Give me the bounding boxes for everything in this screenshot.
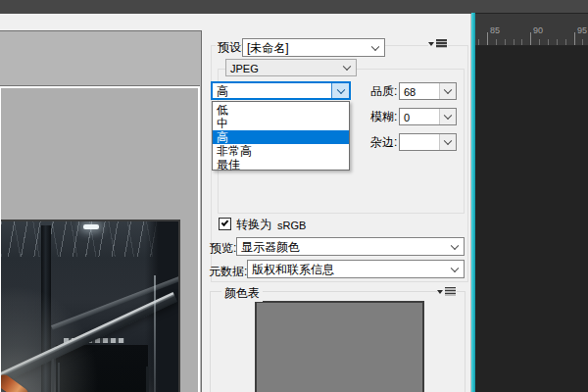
chevron-down-icon (343, 63, 351, 71)
chevron-down-icon (371, 42, 379, 50)
app-titlebar-strip (0, 0, 588, 14)
background-canvas-window (471, 13, 588, 392)
menu-triangle-icon (428, 42, 434, 46)
dropdown-option-medium[interactable]: 中 (213, 117, 349, 130)
preview-image[interactable] (1, 220, 180, 392)
compression-value: 高 (217, 84, 228, 98)
dropdown-option-very-high[interactable]: 非常高 (213, 144, 349, 158)
preview-value: 显示器颜色 (241, 240, 300, 254)
metadata-row-label: 元数据: (209, 265, 247, 278)
menu-triangle-icon (437, 290, 443, 294)
preview-combobox[interactable]: 显示器颜色 (236, 237, 465, 256)
preset-panel-menu-icon[interactable] (428, 39, 448, 49)
menu-lines-icon (436, 39, 447, 48)
color-table-legend: 颜色表 (221, 285, 263, 302)
chevron-down-icon (444, 112, 452, 120)
srgb-suffix-label: sRGB (277, 219, 306, 232)
check-icon (221, 219, 229, 226)
window-edge-accent (471, 13, 475, 392)
ruler-label: 95 (577, 25, 587, 35)
ruler-major-tick (530, 32, 531, 45)
chevron-down-icon (337, 85, 345, 93)
convert-srgb-checkbox[interactable] (219, 218, 231, 230)
blur-label: 模糊: (370, 110, 397, 123)
ruler-major-tick (487, 32, 488, 45)
preview-row-label: 预览: (210, 241, 236, 255)
format-combobox[interactable]: JPEG (225, 59, 357, 76)
ruler-label: 90 (533, 25, 543, 35)
photo-floor-haze (1, 221, 178, 392)
format-value: JPEG (230, 63, 259, 74)
compression-dropdown-list: 低 中 高 非常高 最佳 (212, 101, 350, 171)
matte-label: 杂边: (370, 135, 397, 149)
preview-pane[interactable] (0, 86, 200, 392)
save-for-web-dialog: 85 90 95 (0, 0, 588, 392)
preview-area (0, 30, 202, 392)
chevron-down-icon (451, 264, 459, 271)
matte-combobox[interactable] (399, 133, 457, 151)
menu-lines-icon (445, 287, 456, 296)
preset-value: [未命名] (247, 41, 289, 55)
dropdown-option-maximum[interactable]: 最佳 (213, 158, 349, 172)
blur-dropdown-button[interactable] (439, 109, 456, 124)
matte-dropdown-button[interactable] (439, 134, 456, 150)
color-table-menu-icon[interactable] (437, 287, 457, 297)
chevron-down-icon (444, 137, 452, 145)
metadata-value: 版权和联系信息 (252, 263, 334, 276)
preset-combobox[interactable]: [未命名] (242, 38, 385, 57)
ruler-label: 85 (490, 25, 500, 35)
ruler-major-tick (574, 32, 575, 45)
dropdown-option-low[interactable]: 低 (213, 103, 349, 117)
blur-value: 0 (404, 112, 410, 123)
metadata-combobox[interactable]: 版权和联系信息 (247, 260, 465, 278)
ruler-minor-ticks (475, 39, 588, 45)
color-table-swatch-area (255, 301, 424, 392)
compression-combobox[interactable]: 高 (211, 81, 351, 100)
quality-combobox[interactable]: 68 (399, 82, 457, 100)
blur-combobox[interactable]: 0 (399, 108, 457, 125)
quality-dropdown-button[interactable] (439, 83, 456, 99)
quality-label: 品质: (370, 84, 397, 98)
chevron-down-icon (451, 241, 459, 249)
quality-value: 68 (404, 86, 416, 98)
compression-dropdown-button[interactable] (331, 83, 349, 98)
dropdown-option-high[interactable]: 高 (213, 130, 349, 144)
convert-srgb-label: 转换为 (236, 218, 271, 231)
horizontal-ruler: 85 90 95 (475, 14, 588, 46)
chevron-down-icon (444, 86, 452, 94)
